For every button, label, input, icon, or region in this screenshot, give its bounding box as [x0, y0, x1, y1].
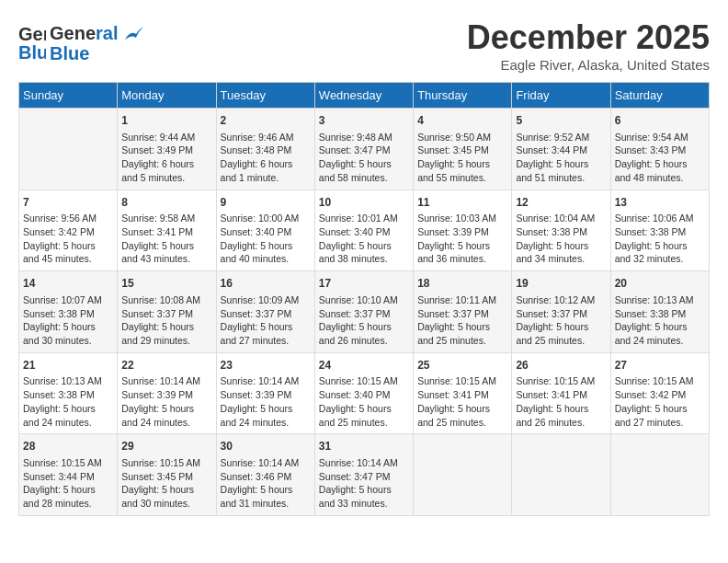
day-info: Sunrise: 10:15 AMSunset: 3:41 PMDaylight… [516, 374, 606, 429]
day-info: Sunrise: 10:15 AMSunset: 3:45 PMDaylight… [121, 456, 211, 511]
calendar-cell: 2Sunrise: 9:46 AMSunset: 3:48 PMDaylight… [216, 109, 314, 190]
calendar-cell: 27Sunrise: 10:15 AMSunset: 3:42 PMDaylig… [610, 352, 709, 434]
day-number: 10 [319, 195, 409, 211]
day-number: 8 [121, 195, 211, 211]
day-info: Sunrise: 10:04 AMSunset: 3:38 PMDaylight… [516, 212, 606, 266]
day-info: Sunrise: 10:08 AMSunset: 3:37 PMDaylight… [121, 293, 211, 348]
day-number: 6 [615, 113, 705, 129]
day-info: Sunrise: 9:50 AMSunset: 3:45 PMDaylight:… [417, 131, 507, 185]
day-number: 15 [121, 276, 211, 292]
day-number: 23 [221, 358, 311, 373]
svg-text:Gene: Gene [18, 24, 46, 44]
calendar-cell [512, 434, 610, 516]
day-info: Sunrise: 9:54 AMSunset: 3:43 PMDaylight:… [615, 131, 705, 185]
day-info: Sunrise: 10:01 AMSunset: 3:40 PMDaylight… [319, 212, 409, 266]
calendar-cell: 20Sunrise: 10:13 AMSunset: 3:38 PMDaylig… [610, 271, 709, 353]
calendar-cell: 1Sunrise: 9:44 AMSunset: 3:49 PMDaylight… [118, 109, 216, 190]
calendar-cell: 24Sunrise: 10:15 AMSunset: 3:40 PMDaylig… [314, 352, 413, 434]
day-number: 1 [121, 113, 211, 129]
calendar-cell: 17Sunrise: 10:10 AMSunset: 3:37 PMDaylig… [314, 271, 413, 353]
logo-text-line1: Gene [50, 23, 96, 43]
day-info: Sunrise: 9:52 AMSunset: 3:44 PMDaylight:… [516, 131, 606, 185]
calendar-cell: 25Sunrise: 10:15 AMSunset: 3:41 PMDaylig… [414, 352, 512, 434]
day-info: Sunrise: 10:09 AMSunset: 3:37 PMDaylight… [221, 293, 311, 348]
calendar-cell: 28Sunrise: 10:15 AMSunset: 3:44 PMDaylig… [19, 434, 118, 516]
calendar-cell [610, 434, 709, 516]
calendar-week-row: 28Sunrise: 10:15 AMSunset: 3:44 PMDaylig… [19, 434, 710, 516]
day-number: 27 [615, 358, 705, 373]
calendar-cell: 19Sunrise: 10:12 AMSunset: 3:37 PMDaylig… [512, 271, 610, 353]
day-info: Sunrise: 10:00 AMSunset: 3:40 PMDaylight… [221, 212, 311, 266]
calendar-cell: 5Sunrise: 9:52 AMSunset: 3:44 PMDaylight… [512, 109, 610, 190]
day-info: Sunrise: 10:06 AMSunset: 3:38 PMDaylight… [615, 212, 705, 266]
day-number: 5 [516, 113, 606, 129]
day-info: Sunrise: 10:03 AMSunset: 3:39 PMDaylight… [417, 212, 507, 266]
day-info: Sunrise: 10:13 AMSunset: 3:38 PMDaylight… [23, 374, 113, 429]
calendar-cell: 22Sunrise: 10:14 AMSunset: 3:39 PMDaylig… [118, 352, 216, 434]
day-info: Sunrise: 10:15 AMSunset: 3:44 PMDaylight… [23, 456, 113, 511]
day-info: Sunrise: 10:13 AMSunset: 3:38 PMDaylight… [615, 293, 705, 348]
calendar-cell: 29Sunrise: 10:15 AMSunset: 3:45 PMDaylig… [118, 434, 216, 516]
calendar-cell: 31Sunrise: 10:14 AMSunset: 3:47 PMDaylig… [314, 434, 413, 516]
header-day-friday: Friday [512, 83, 610, 109]
day-number: 19 [516, 276, 606, 292]
calendar-cell: 12Sunrise: 10:04 AMSunset: 3:38 PMDaylig… [512, 190, 610, 271]
logo-text-line1b: ral [96, 23, 118, 43]
day-number: 25 [417, 358, 507, 373]
calendar-cell: 10Sunrise: 10:01 AMSunset: 3:40 PMDaylig… [314, 190, 413, 271]
day-info: Sunrise: 9:44 AMSunset: 3:49 PMDaylight:… [121, 131, 211, 185]
calendar-cell: 8Sunrise: 9:58 AMSunset: 3:41 PMDaylight… [118, 190, 216, 271]
day-number: 17 [319, 276, 409, 292]
page-subtitle: Eagle River, Alaska, United States [467, 57, 710, 73]
day-number: 7 [23, 195, 113, 211]
svg-text:Blue: Blue [18, 42, 46, 63]
calendar-cell: 15Sunrise: 10:08 AMSunset: 3:37 PMDaylig… [118, 271, 216, 353]
day-info: Sunrise: 10:15 AMSunset: 3:41 PMDaylight… [417, 374, 507, 429]
day-info: Sunrise: 10:14 AMSunset: 3:39 PMDaylight… [221, 374, 311, 429]
calendar-week-row: 1Sunrise: 9:44 AMSunset: 3:49 PMDaylight… [19, 109, 710, 190]
header-day-saturday: Saturday [610, 83, 709, 109]
calendar-cell: 23Sunrise: 10:14 AMSunset: 3:39 PMDaylig… [216, 352, 314, 434]
day-number: 20 [615, 276, 705, 292]
title-area: December 2025 Eagle River, Alaska, Unite… [467, 18, 710, 73]
calendar-table: SundayMondayTuesdayWednesdayThursdayFrid… [18, 82, 710, 516]
calendar-cell: 7Sunrise: 9:56 AMSunset: 3:42 PMDaylight… [19, 190, 118, 271]
header-day-monday: Monday [118, 83, 216, 109]
day-number: 4 [417, 113, 507, 129]
day-number: 21 [23, 358, 113, 373]
day-info: Sunrise: 9:48 AMSunset: 3:47 PMDaylight:… [319, 131, 409, 185]
day-number: 12 [516, 195, 606, 211]
header-day-sunday: Sunday [19, 83, 118, 109]
calendar-week-row: 14Sunrise: 10:07 AMSunset: 3:38 PMDaylig… [19, 271, 710, 353]
day-number: 29 [121, 439, 211, 454]
logo-bird-icon [123, 27, 143, 43]
day-number: 3 [319, 113, 409, 129]
logo: Gene Blue General Blue [18, 18, 143, 68]
logo-icon: Gene Blue [18, 18, 46, 64]
calendar-cell: 4Sunrise: 9:50 AMSunset: 3:45 PMDaylight… [414, 109, 512, 190]
calendar-cell [414, 434, 512, 516]
logo-text-line2: Blue [50, 43, 143, 63]
day-number: 11 [417, 195, 507, 211]
day-info: Sunrise: 9:58 AMSunset: 3:41 PMDaylight:… [121, 212, 211, 266]
day-number: 14 [23, 276, 113, 292]
header-day-tuesday: Tuesday [216, 83, 314, 109]
calendar-cell: 13Sunrise: 10:06 AMSunset: 3:38 PMDaylig… [610, 190, 709, 271]
day-number: 2 [221, 113, 311, 129]
day-info: Sunrise: 9:56 AMSunset: 3:42 PMDaylight:… [23, 212, 113, 266]
header-day-wednesday: Wednesday [314, 83, 413, 109]
day-info: Sunrise: 10:12 AMSunset: 3:37 PMDaylight… [516, 293, 606, 348]
calendar-cell: 14Sunrise: 10:07 AMSunset: 3:38 PMDaylig… [19, 271, 118, 353]
day-info: Sunrise: 10:10 AMSunset: 3:37 PMDaylight… [319, 293, 409, 348]
day-number: 13 [615, 195, 705, 211]
day-number: 16 [221, 276, 311, 292]
day-number: 22 [121, 358, 211, 373]
calendar-week-row: 21Sunrise: 10:13 AMSunset: 3:38 PMDaylig… [19, 352, 710, 434]
calendar-week-row: 7Sunrise: 9:56 AMSunset: 3:42 PMDaylight… [19, 190, 710, 271]
day-info: Sunrise: 10:14 AMSunset: 3:39 PMDaylight… [121, 374, 211, 429]
day-info: Sunrise: 10:07 AMSunset: 3:38 PMDaylight… [23, 293, 113, 348]
day-info: Sunrise: 10:15 AMSunset: 3:40 PMDaylight… [319, 374, 409, 429]
calendar-cell: 6Sunrise: 9:54 AMSunset: 3:43 PMDaylight… [610, 109, 709, 190]
page-title: December 2025 [467, 18, 710, 57]
day-info: Sunrise: 10:14 AMSunset: 3:47 PMDaylight… [319, 456, 409, 511]
